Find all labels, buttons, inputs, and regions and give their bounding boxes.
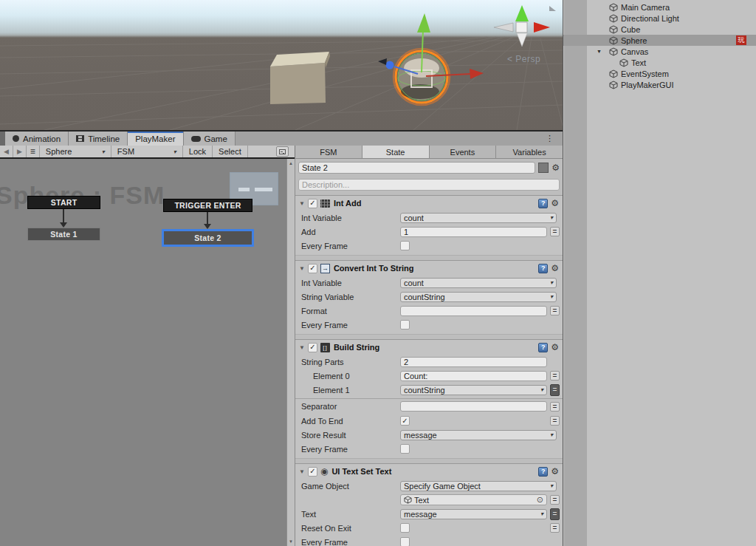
- hierarchy-item-directional-light[interactable]: Directional Light: [563, 13, 756, 24]
- variable-toggle-button[interactable]: =: [550, 384, 560, 396]
- variable-toggle-button[interactable]: =: [550, 495, 560, 505]
- action-enabled-checkbox[interactable]: ✓: [308, 467, 317, 477]
- help-icon[interactable]: ?: [538, 264, 548, 273]
- gear-icon[interactable]: ⚙: [551, 264, 559, 273]
- property-label: Every Frame: [298, 321, 400, 330]
- help-icon[interactable]: ?: [538, 343, 548, 352]
- select-button[interactable]: Select: [213, 146, 248, 157]
- overflow-menu-icon[interactable]: ⋮: [546, 134, 554, 143]
- minimap-toggle-button[interactable]: [276, 146, 289, 157]
- playmaker-toolbar: ◀ ▶ ≡ Sphere ▾ FSM ▾ Lock Select: [0, 146, 295, 159]
- add-to-end-checkbox[interactable]: ✓: [400, 416, 410, 426]
- variable-toggle-button[interactable]: =: [550, 306, 560, 315]
- action-header[interactable]: ▼ ✓ ◉ UI Text Set Text ? ⚙: [295, 464, 563, 479]
- tab-playmaker[interactable]: PlayMaker: [128, 132, 183, 146]
- action-header[interactable]: ▼ ✓ → Convert Int To String ? ⚙: [295, 261, 563, 276]
- add-value-field[interactable]: 1: [400, 227, 547, 237]
- gameobject-icon: [609, 36, 618, 45]
- tab-variables[interactable]: Variables: [496, 146, 563, 158]
- foldout-icon[interactable]: ▼: [299, 468, 305, 475]
- hierarchy-item-sphere[interactable]: Sphere 玩: [563, 35, 756, 46]
- variable-toggle-button[interactable]: =: [550, 508, 560, 520]
- gear-icon[interactable]: ⚙: [551, 199, 559, 208]
- object-picker-icon[interactable]: ⊙: [537, 496, 543, 504]
- action-enabled-checkbox[interactable]: ✓: [308, 199, 317, 208]
- property-label: Add To End: [298, 417, 400, 426]
- cube-object[interactable]: [270, 52, 330, 104]
- lock-button[interactable]: Lock: [183, 146, 213, 157]
- hierarchy-item-cube[interactable]: Cube: [563, 24, 756, 35]
- separator-field[interactable]: [400, 401, 547, 412]
- gear-icon[interactable]: ⚙: [551, 467, 559, 476]
- tab-state[interactable]: State: [362, 146, 430, 158]
- string-variable-dropdown[interactable]: countString▾: [400, 292, 557, 302]
- tab-animation[interactable]: Animation: [5, 132, 69, 146]
- action-header[interactable]: ▼ ✓ [] Build String ? ⚙: [295, 340, 563, 355]
- hierarchy-item-eventsystem[interactable]: EventSystem: [563, 68, 756, 79]
- every-frame-checkbox[interactable]: [400, 320, 410, 330]
- property-row: Store Result message▾: [295, 428, 563, 442]
- action-header[interactable]: ▼ ✓ Int Add ? ⚙: [295, 196, 563, 211]
- state-color-swatch[interactable]: [538, 163, 549, 173]
- start-event-node[interactable]: START: [27, 196, 100, 209]
- tab-game[interactable]: Game: [184, 132, 236, 146]
- game-object-dropdown[interactable]: Specify Game Object▾: [400, 481, 557, 491]
- fsm-dropdown[interactable]: FSM ▾: [111, 146, 183, 157]
- graph-scrollbar[interactable]: ▲ ▼: [286, 159, 295, 546]
- state-description-input[interactable]: [298, 179, 560, 191]
- hierarchy-item-canvas[interactable]: ▼ Canvas: [563, 46, 756, 57]
- gear-icon[interactable]: ⚙: [551, 163, 560, 172]
- element0-field[interactable]: Count:: [400, 371, 547, 381]
- text-dropdown[interactable]: message▾: [400, 509, 547, 519]
- variable-toggle-button[interactable]: =: [550, 523, 560, 533]
- state2-node[interactable]: State 2: [162, 229, 254, 247]
- foldout-icon[interactable]: ▼: [299, 265, 305, 272]
- expander-icon[interactable]: ▼: [597, 49, 602, 54]
- scene-view[interactable]: < Persp: [0, 0, 563, 130]
- scroll-up-icon[interactable]: ▲: [289, 161, 293, 165]
- nav-forward-button[interactable]: ▶: [13, 146, 27, 157]
- foldout-icon[interactable]: ▼: [299, 200, 305, 207]
- gameobject-icon: [609, 81, 618, 89]
- reset-on-exit-checkbox[interactable]: [400, 523, 410, 533]
- transition-arrow: [58, 209, 69, 228]
- fsm-dropdown-value: FSM: [117, 147, 134, 156]
- dock-tab-bar: Animation Timeline PlayMaker Game ⋮: [0, 130, 563, 146]
- every-frame-checkbox[interactable]: [400, 537, 410, 546]
- hierarchy-item-text[interactable]: Text: [563, 57, 756, 68]
- state-name-input[interactable]: [298, 162, 535, 174]
- every-frame-checkbox[interactable]: [400, 241, 410, 250]
- string-parts-field[interactable]: 2: [400, 357, 547, 367]
- selection-dropdown[interactable]: Sphere ▾: [40, 146, 111, 157]
- variable-toggle-button[interactable]: =: [550, 402, 560, 412]
- every-frame-checkbox[interactable]: [400, 444, 410, 454]
- hierarchy-item-playmakergui[interactable]: PlayMakerGUI: [563, 79, 756, 90]
- tab-timeline[interactable]: Timeline: [69, 132, 128, 146]
- foldout-icon[interactable]: ▼: [299, 344, 305, 351]
- help-icon[interactable]: ?: [538, 467, 548, 477]
- variable-toggle-button[interactable]: =: [550, 227, 560, 236]
- variable-toggle-button[interactable]: =: [550, 371, 560, 381]
- game-object-field[interactable]: Text ⊙: [400, 494, 547, 505]
- selection-dropdown-value: Sphere: [46, 147, 72, 156]
- tab-fsm[interactable]: FSM: [295, 146, 362, 158]
- int-variable-dropdown[interactable]: count▾: [400, 213, 557, 223]
- gear-icon[interactable]: ⚙: [551, 343, 559, 352]
- store-result-dropdown[interactable]: message▾: [400, 430, 557, 440]
- element1-dropdown[interactable]: countString▾: [400, 385, 547, 395]
- trigger-enter-event-node[interactable]: TRIGGER ENTER: [163, 199, 252, 212]
- scroll-down-icon[interactable]: ▼: [289, 539, 293, 544]
- hierarchy-item-main-camera[interactable]: Main Camera: [563, 1, 756, 13]
- int-variable-dropdown[interactable]: count▾: [400, 278, 557, 288]
- nav-back-button[interactable]: ◀: [0, 146, 13, 157]
- variable-toggle-button[interactable]: =: [550, 416, 560, 426]
- action-enabled-checkbox[interactable]: ✓: [308, 343, 317, 352]
- help-icon[interactable]: ?: [538, 199, 548, 208]
- graph-menu-button[interactable]: ≡: [27, 146, 40, 157]
- format-field[interactable]: [400, 306, 547, 316]
- state1-node[interactable]: State 1: [27, 228, 100, 241]
- fsm-graph-panel[interactable]: Sphere : FSM START State 1 TRIGGER ENTER…: [0, 159, 295, 546]
- action-enabled-checkbox[interactable]: ✓: [308, 264, 317, 273]
- persp-label[interactable]: < Persp: [507, 54, 540, 64]
- tab-events[interactable]: Events: [430, 146, 497, 158]
